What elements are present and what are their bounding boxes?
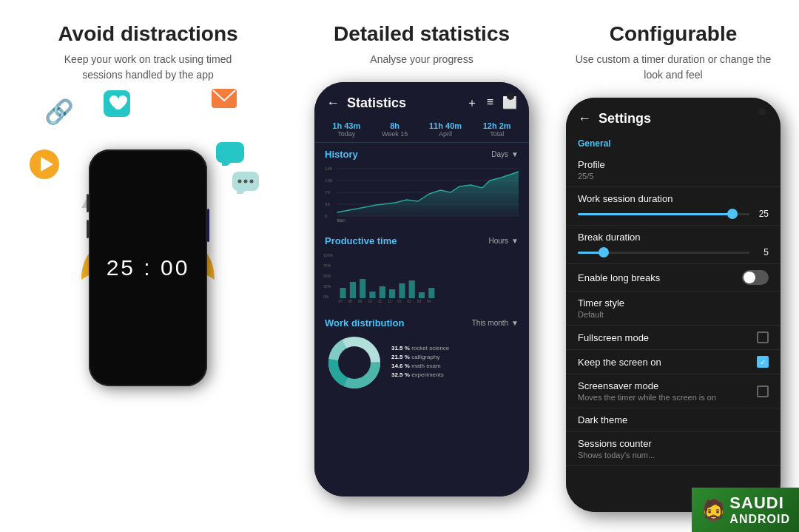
time-today-label: Today — [332, 130, 360, 138]
time-week-val: 8h — [382, 121, 408, 130]
svg-text:105: 105 — [325, 178, 333, 183]
main-container: Avoid distractions Keep your work on tra… — [0, 0, 799, 532]
stats-menu-icon[interactable]: ≡ — [487, 95, 493, 111]
history-filter-text: Days — [491, 150, 508, 158]
settings-item-long-breaks[interactable]: Enable long breaks — [566, 264, 781, 292]
screensaver-row: Screensaver mode Moves the timer while t… — [578, 380, 769, 402]
settings-camera-dot — [758, 108, 766, 115]
stats-add-icon[interactable]: ＋ — [466, 95, 478, 111]
dist-label: Work distribution — [325, 317, 404, 329]
svg-text:75%: 75% — [323, 263, 331, 268]
svg-rect-38 — [419, 292, 425, 298]
svg-rect-39 — [428, 288, 434, 298]
watermark-text-container: SAUDI ANDROID — [729, 494, 790, 526]
settings-item-sessions-counter[interactable]: Sessions counter Shows today's num... — [566, 432, 781, 466]
break-slider-row: 5 — [578, 247, 769, 257]
dist-section-header: Work distribution This month ▼ — [314, 312, 529, 331]
long-breaks-title: Enable long breaks — [578, 272, 660, 283]
svg-text:0: 0 — [325, 214, 328, 218]
work-session-track[interactable] — [578, 213, 749, 215]
productive-label: Productive time — [325, 235, 397, 246]
svg-text:07: 07 — [338, 300, 343, 303]
panel2-title: Detailed statistics — [334, 22, 510, 46]
break-value: 5 — [754, 247, 769, 257]
settings-back-arrow[interactable]: ← — [578, 111, 591, 127]
panel2-subtitle: Analyse your progress — [370, 52, 473, 67]
settings-general-label: General — [566, 135, 781, 153]
time-month-val: 11h 40m — [429, 121, 462, 130]
settings-item-screensaver[interactable]: Screensaver mode Moves the timer while t… — [566, 374, 781, 408]
phone-btn-power — [207, 209, 209, 242]
time-today-val: 1h 43m — [332, 121, 360, 130]
time-week: 8h Week 15 — [382, 121, 408, 138]
history-label: History — [325, 149, 358, 160]
play-icon — [30, 149, 59, 184]
settings-item-fullscreen[interactable]: Fullscreen mode — [566, 326, 781, 350]
long-breaks-toggle-thumb — [744, 272, 755, 283]
break-thumb[interactable] — [599, 247, 609, 257]
watermark-saudi: SAUDI — [729, 494, 790, 513]
svg-rect-32 — [360, 279, 365, 298]
break-track[interactable] — [578, 252, 749, 254]
dist-filter-arrow: ▼ — [511, 319, 519, 327]
svg-text:2020: 2020 — [337, 218, 345, 223]
time-week-label: Week 15 — [382, 130, 408, 138]
settings-screen: ← Settings General Profile 25/5 Work ses… — [566, 98, 781, 512]
svg-text:0%: 0% — [323, 294, 329, 299]
productive-filter[interactable]: Hours ▼ — [488, 237, 519, 245]
svg-rect-37 — [409, 280, 415, 298]
long-breaks-row: Enable long breaks — [578, 270, 769, 285]
stats-back-arrow[interactable]: ← — [326, 95, 340, 111]
dist-filter-text: This month — [472, 319, 508, 327]
screen-on-checkbox[interactable] — [757, 356, 769, 368]
settings-item-screen-on[interactable]: Keep the screen on — [566, 350, 781, 374]
time-today: 1h 43m Today — [332, 121, 360, 138]
fullscreen-checkbox[interactable] — [757, 331, 769, 343]
sessions-counter-title: Sessions counter — [578, 438, 769, 449]
svg-marker-10 — [237, 191, 246, 194]
profile-title: Profile — [578, 159, 769, 170]
dist-item-experiments: 32.5 % experiments — [391, 371, 519, 378]
long-breaks-toggle[interactable] — [742, 270, 769, 285]
svg-text:35: 35 — [325, 202, 330, 206]
work-session-thumb[interactable] — [727, 209, 738, 219]
history-filter[interactable]: Days ▼ — [491, 150, 519, 158]
dist-item-rocket: 31.5 % rocket science — [391, 345, 519, 351]
timer-style-title: Timer style — [578, 297, 769, 309]
chat-icon — [216, 142, 244, 171]
svg-text:04: 04 — [427, 300, 431, 303]
dist-label-rocket: rocket science — [411, 345, 449, 351]
panel-detailed-statistics: Detailed statistics Analyse your progres… — [296, 0, 547, 532]
work-session-fill — [578, 213, 732, 215]
settings-item-timer-style[interactable]: Timer style Default — [566, 292, 781, 326]
svg-text:100%: 100% — [323, 253, 334, 257]
dots-chat-icon — [232, 172, 259, 199]
watermark-android: ANDROID — [729, 513, 790, 526]
stats-phone: ← Statistics ＋ ≡ ⬜ 1h 43m Today 8h — [314, 82, 529, 496]
svg-text:70: 70 — [325, 190, 330, 195]
svg-text:25%: 25% — [323, 284, 331, 289]
fullscreen-row: Fullscreen mode — [578, 331, 769, 343]
time-total-label: Total — [483, 130, 511, 138]
svg-rect-30 — [340, 288, 346, 298]
svg-text:12: 12 — [388, 300, 392, 303]
svg-rect-36 — [399, 283, 405, 298]
settings-item-dark-theme[interactable]: Dark theme — [566, 408, 781, 432]
svg-text:08: 08 — [348, 300, 353, 303]
settings-title: Settings — [599, 111, 651, 127]
profile-sub: 25/5 — [578, 172, 769, 181]
panel-avoid-distractions: Avoid distractions Keep your work on tra… — [0, 0, 296, 532]
productive-filter-arrow: ▼ — [511, 237, 519, 245]
link-icon: 🔗 — [44, 98, 74, 126]
time-total-val: 12h 2m — [483, 121, 511, 130]
work-session-value: 25 — [754, 209, 769, 219]
camera-dot — [507, 92, 514, 100]
history-filter-arrow: ▼ — [511, 150, 519, 158]
screensaver-title: Screensaver mode — [578, 380, 716, 391]
dist-filter[interactable]: This month ▼ — [472, 319, 519, 327]
screensaver-checkbox[interactable] — [757, 385, 769, 397]
screensaver-sub: Moves the timer while the screen is on — [578, 393, 716, 402]
svg-text:09: 09 — [358, 300, 363, 303]
panel3-title: Configurable — [610, 22, 738, 46]
settings-phone: ← Settings General Profile 25/5 Work ses… — [566, 98, 781, 512]
